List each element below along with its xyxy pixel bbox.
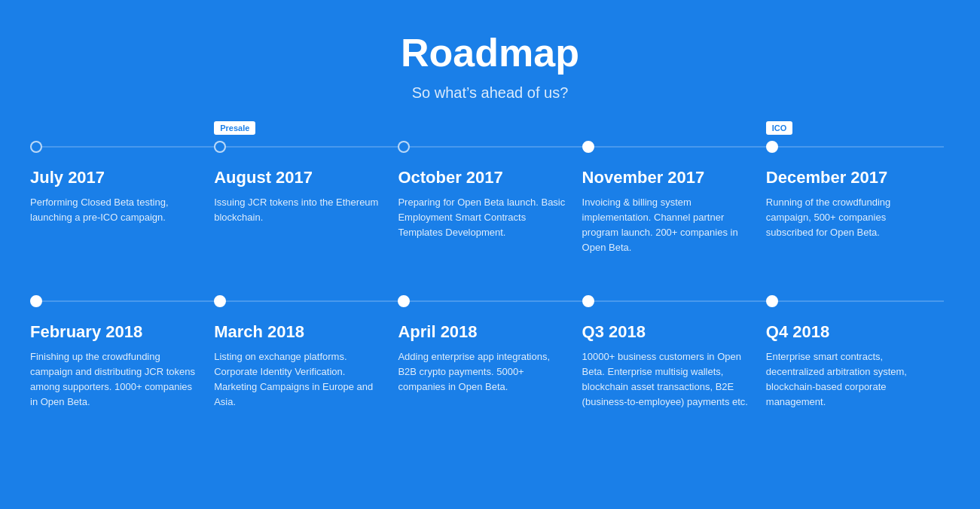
col-november2017: November 2017 Invoicing & billing system… xyxy=(582,168,766,256)
col-april2018: April 2018 Adding enterprise app integra… xyxy=(398,322,582,410)
dot-wrap-february2018 xyxy=(30,295,214,307)
month-october2017: October 2017 xyxy=(398,168,566,187)
desc-april2018: Adding enterprise app integrations, B2B … xyxy=(398,349,566,395)
col-december2017: December 2017 Running of the crowdfundin… xyxy=(766,168,950,256)
dot-february2018 xyxy=(30,295,42,307)
dot-april2018 xyxy=(398,295,410,307)
dot-wrap-april2018 xyxy=(398,295,582,307)
month-march2018: March 2018 xyxy=(214,322,383,342)
col-q42018: Q4 2018 Enterprise smart contracts, dece… xyxy=(766,322,950,410)
dots-row-2 xyxy=(30,294,950,309)
dot-wrap-november2017 xyxy=(582,141,766,153)
col-february2018: February 2018 Finishing up the crowdfund… xyxy=(30,322,214,410)
desc-july2017: Performing Closed Beta testing, launchin… xyxy=(30,195,199,225)
badge-ico: ICO xyxy=(766,121,793,135)
dot-q32018 xyxy=(582,295,594,307)
col-july2017: July 2017 Performing Closed Beta testing… xyxy=(30,168,214,256)
dot-wrap-october2017 xyxy=(398,141,582,153)
month-q32018: Q3 2018 xyxy=(582,322,751,342)
col-october2017: October 2017 Preparing for Open Beta lau… xyxy=(398,168,582,256)
page-title: Roadmap xyxy=(30,30,950,75)
desc-august2017: Issuing JCR tokens into the Ethereum blo… xyxy=(214,195,383,225)
col-q32018: Q3 2018 10000+ business customers in Ope… xyxy=(582,322,766,410)
desc-march2018: Listing on exchange platforms. Corporate… xyxy=(214,349,383,410)
badge-presale: Presale xyxy=(214,121,255,135)
desc-q32018: 10000+ business customers in Open Beta. … xyxy=(582,349,751,410)
dot-wrap-march2018 xyxy=(214,295,398,307)
timeline-row-2: February 2018 Finishing up the crowdfund… xyxy=(30,294,950,410)
month-november2017: November 2017 xyxy=(582,168,751,187)
month-q42018: Q4 2018 xyxy=(766,322,935,342)
dots-row-1: Presale ICO xyxy=(30,139,950,154)
dot-wrap-q32018 xyxy=(582,295,766,307)
desc-december2017: Running of the crowdfunding campaign, 50… xyxy=(766,195,935,240)
dot-wrap-december2017: ICO xyxy=(766,141,950,153)
dot-november2017 xyxy=(582,141,594,153)
dot-wrap-q42018 xyxy=(766,295,950,307)
col-august2017: August 2017 Issuing JCR tokens into the … xyxy=(214,168,398,256)
dot-october2017 xyxy=(398,141,410,153)
dot-wrap-august2017: Presale xyxy=(214,141,398,153)
header-section: Roadmap So what’s ahead of us? xyxy=(30,30,950,102)
content-row-2: February 2018 Finishing up the crowdfund… xyxy=(30,322,950,410)
content-row-1: July 2017 Performing Closed Beta testing… xyxy=(30,168,950,256)
month-april2018: April 2018 xyxy=(398,322,566,342)
dot-q42018 xyxy=(766,295,778,307)
page-container: Roadmap So what’s ahead of us? Presale xyxy=(30,30,950,410)
dot-july2017 xyxy=(30,141,42,153)
desc-q42018: Enterprise smart contracts, decentralize… xyxy=(766,349,935,410)
dot-wrap-july2017 xyxy=(30,141,214,153)
col-march2018: March 2018 Listing on exchange platforms… xyxy=(214,322,398,410)
desc-february2018: Finishing up the crowdfunding campaign a… xyxy=(30,349,199,410)
page-subtitle: So what’s ahead of us? xyxy=(30,84,950,102)
month-august2017: August 2017 xyxy=(214,168,383,187)
desc-october2017: Preparing for Open Beta launch. Basic Em… xyxy=(398,195,566,240)
desc-november2017: Invoicing & billing system implementatio… xyxy=(582,195,751,256)
month-december2017: December 2017 xyxy=(766,168,935,187)
dot-march2018 xyxy=(214,295,226,307)
month-february2018: February 2018 xyxy=(30,322,199,342)
dot-december2017 xyxy=(766,141,778,153)
timeline-row-1: Presale ICO July 2017 Performing Closed … xyxy=(30,139,950,256)
month-july2017: July 2017 xyxy=(30,168,199,187)
dot-august2017 xyxy=(214,141,226,153)
